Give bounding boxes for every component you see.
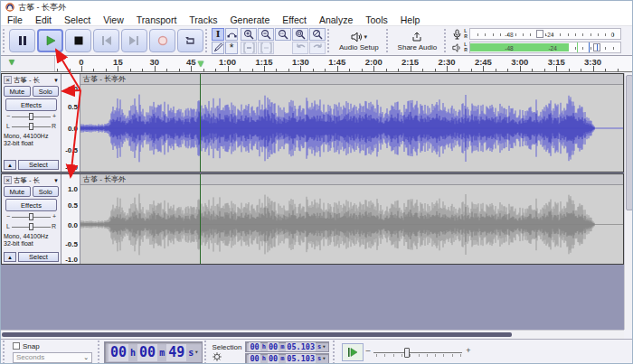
time-digit[interactable]: 00 (268, 354, 279, 363)
track1-gain-slider[interactable]: −+ (5, 112, 57, 121)
toolbar-gripper[interactable] (3, 29, 7, 52)
track2-gain-slider[interactable]: −+ (5, 212, 57, 221)
track2-solo-button[interactable]: Solo (33, 186, 60, 197)
menu-item-analyze[interactable]: Analyze (313, 14, 359, 25)
snap-mode-dropdown[interactable]: Seconds⌄ (13, 352, 92, 363)
selection-tool-button[interactable]: I (212, 28, 224, 41)
audio-position-display[interactable]: 00h00m49s▾ (104, 341, 203, 363)
track1-clip-title[interactable]: 古筝 - 长亭外 (80, 74, 623, 85)
pan-slider-thumb[interactable] (29, 123, 33, 130)
time-digit[interactable]: 49 (166, 344, 186, 361)
menu-item-edit[interactable]: Edit (29, 14, 58, 25)
toolbar-gripper[interactable] (98, 341, 102, 364)
track1-name[interactable]: 古筝 - 长 (14, 76, 52, 85)
silence-audio-button[interactable] (258, 42, 274, 54)
gain-slider-thumb[interactable] (29, 113, 33, 120)
zoom-in-button[interactable] (241, 28, 257, 41)
menu-item-generate[interactable]: Generate (223, 14, 276, 25)
track2-effects-button[interactable]: Effects (5, 199, 57, 211)
pause-button[interactable] (9, 29, 35, 52)
undo-button[interactable] (292, 42, 308, 54)
pan-slider-thumb[interactable] (29, 223, 33, 230)
envelope-tool-button[interactable] (225, 28, 238, 41)
pinned-playhead-icon[interactable]: ▼ (7, 57, 16, 67)
track2-menu-icon[interactable]: ▼ (53, 178, 59, 183)
track2-collapse-button[interactable]: ▲ (4, 252, 16, 262)
redo-button[interactable] (309, 42, 326, 54)
track1-vertical-ruler[interactable]: 1.00.50.0-0.5-1.0 (61, 74, 80, 172)
track1-solo-button[interactable]: Solo (33, 86, 60, 97)
playback-meter[interactable]: -48-24 (469, 42, 621, 53)
zoom-project-button[interactable] (292, 28, 308, 41)
track1-waveform[interactable] (80, 85, 623, 172)
playhead-triangle-icon[interactable]: ▼ (196, 59, 206, 69)
vertical-scrollbar-thumb[interactable] (626, 75, 633, 210)
zoom-selection-button[interactable] (275, 28, 291, 41)
time-format-dropdown-icon[interactable]: ▾ (322, 343, 326, 350)
menu-item-select[interactable]: Select (58, 14, 97, 25)
time-digit[interactable]: 00 (137, 344, 157, 361)
trim-audio-button[interactable] (241, 42, 257, 54)
play-button[interactable] (37, 29, 63, 52)
track2-select-button[interactable]: Select (18, 252, 59, 262)
track2-pan-slider[interactable]: LR (5, 222, 57, 231)
toolbar-gripper[interactable] (3, 341, 7, 364)
track2-vertical-ruler[interactable]: 1.00.50.0-0.5-1.0 (61, 174, 80, 264)
toolbar-gripper[interactable] (205, 29, 210, 52)
track1-close-button[interactable]: × (4, 76, 12, 84)
stop-button[interactable] (65, 29, 91, 52)
horizontal-scrollbar-thumb[interactable] (2, 332, 512, 337)
track2-name[interactable]: 古筝 - 长 (14, 176, 52, 185)
vertical-scrollbar[interactable] (624, 73, 633, 330)
menu-item-tools[interactable]: Tools (359, 14, 394, 25)
playback-speed-slider[interactable]: ‒+ (366, 344, 471, 360)
loop-button[interactable] (177, 29, 203, 52)
track1-mute-button[interactable]: Mute (4, 86, 31, 97)
snap-checkbox[interactable] (13, 342, 20, 350)
skip-end-button[interactable] (121, 29, 147, 52)
time-digit[interactable]: 00 (109, 344, 128, 361)
gear-icon[interactable] (213, 352, 222, 361)
track2-waveform[interactable] (80, 185, 623, 264)
toolbar-gripper[interactable] (333, 341, 337, 364)
selection-end-field[interactable]: 00h00m05.103s▾ (245, 353, 328, 364)
timeline-ruler[interactable]: ▼ 01530451:001:151:301:452:002:152:302:4… (1, 56, 632, 72)
audio-setup-button[interactable]: ▾ Audio Setup (334, 27, 384, 54)
track1-waveform-area[interactable]: 古筝 - 长亭外 (80, 74, 623, 172)
share-audio-button[interactable]: Share Audio (392, 27, 443, 54)
time-format-dropdown-icon[interactable]: ▾ (322, 355, 326, 362)
time-digit[interactable]: 00 (249, 354, 260, 363)
zoom-toggle-button[interactable] (309, 28, 326, 41)
skip-start-button[interactable] (93, 29, 119, 52)
time-digit[interactable]: 00 (249, 342, 260, 351)
track1-pan-slider[interactable]: LR (5, 122, 57, 131)
zoom-out-button[interactable] (258, 28, 274, 41)
record-meter[interactable]: -48-240 (469, 28, 621, 40)
toolbar-gripper[interactable] (204, 341, 209, 364)
menu-item-view[interactable]: View (97, 14, 130, 25)
time-digit[interactable]: 05.103 (286, 354, 316, 363)
menu-item-tracks[interactable]: Tracks (183, 14, 223, 25)
track1-effects-button[interactable]: Effects (5, 98, 57, 111)
toolbar-gripper[interactable] (444, 29, 449, 52)
time-digit[interactable]: 00 (268, 342, 279, 351)
time-digit[interactable]: 05.103 (286, 342, 316, 351)
play-at-speed-button[interactable] (342, 343, 364, 361)
draw-tool-button[interactable] (212, 42, 224, 54)
selection-start-field[interactable]: 00h00m05.103s▾ (245, 341, 328, 352)
menu-item-effect[interactable]: Effect (276, 14, 313, 25)
multi-tool-button[interactable]: * (225, 42, 238, 54)
track2-waveform-area[interactable]: 古筝 - 长亭外 (80, 174, 623, 264)
time-format-dropdown-icon[interactable]: ▾ (194, 349, 198, 356)
track1-collapse-button[interactable]: ▲ (4, 160, 16, 170)
track1-select-button[interactable]: Select (18, 160, 59, 170)
menu-item-help[interactable]: Help (394, 14, 427, 25)
horizontal-scrollbar[interactable] (1, 330, 624, 339)
menu-item-file[interactable]: File (1, 14, 29, 25)
track1-menu-icon[interactable]: ▼ (53, 78, 59, 83)
speed-slider-thumb[interactable] (404, 348, 410, 358)
track2-close-button[interactable]: × (4, 176, 12, 184)
track2-mute-button[interactable]: Mute (4, 186, 31, 197)
toolbar-gripper[interactable] (327, 29, 332, 52)
menu-item-transport[interactable]: Transport (130, 14, 184, 25)
